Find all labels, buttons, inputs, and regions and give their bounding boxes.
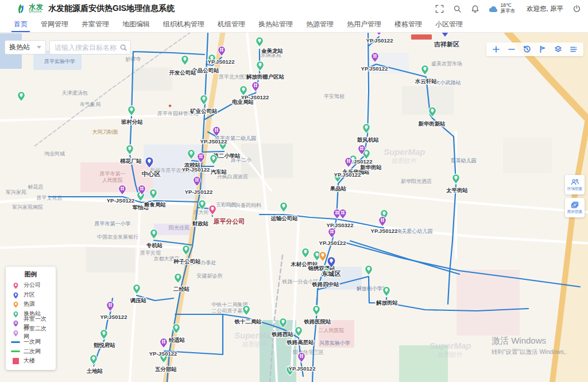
map-base-label: 天津灌汤包 xyxy=(62,90,88,96)
legend-item: 分公司 xyxy=(6,280,56,290)
map-base-label: 兴原实验小学 xyxy=(319,340,350,346)
map-marker-label: 五分部站 xyxy=(154,366,177,372)
nav-tab-1[interactable]: 首页 xyxy=(11,17,30,32)
layer-switch-button[interactable]: 图层切换 xyxy=(565,198,585,217)
map-marker-label: 鼓风机站 xyxy=(357,137,380,143)
map-base-label: 鲜花店 xyxy=(28,184,44,190)
map-marker-label: 土地站 xyxy=(86,368,103,374)
map-marker-label: 调压站 xyxy=(130,297,147,303)
layer-switch-label: 图层切换 xyxy=(567,210,582,214)
layers-icon xyxy=(571,201,579,209)
map-marker-label: YP.JS0122 xyxy=(289,365,316,372)
logo-icon xyxy=(15,3,26,14)
fullscreen-icon[interactable] xyxy=(435,5,444,13)
settings-list-icon[interactable] xyxy=(569,45,578,54)
legend-line-icon xyxy=(11,350,20,352)
map-marker-label: 吉祥新区 xyxy=(434,41,459,48)
nav-tab-6[interactable]: 机组管理 xyxy=(215,17,247,32)
supermap-watermark-sub: 超图软件 xyxy=(392,157,417,164)
map-base-label: 鸿业尚城 xyxy=(44,151,65,157)
area-switch-button[interactable]: 区域切换 xyxy=(565,175,585,194)
map-base-label: 南关爱心幼儿园 xyxy=(397,228,433,234)
bell-icon[interactable] xyxy=(471,5,479,13)
nav-tab-7[interactable]: 换热站管理 xyxy=(256,17,295,32)
supermap-watermark-sub: 超图软件 xyxy=(242,341,268,348)
nav-tab-9[interactable]: 热用户管理 xyxy=(345,17,384,32)
map-base-label: 盛美农贸市场 xyxy=(431,61,462,67)
map-marker-label: 棉花厂站 xyxy=(119,158,142,164)
legend-pin-icon xyxy=(12,299,20,309)
map-base-label: 广兴番药饲料 xyxy=(230,202,261,208)
map-marker-label: YP.JS0122 xyxy=(200,138,227,145)
nav-tab-11[interactable]: 小区管理 xyxy=(433,17,465,32)
map-marker-label: 解放街棚户区站 xyxy=(246,73,285,80)
map-side-buttons: 区域切换 图层切换 xyxy=(565,175,585,217)
map-marker-label: 新华街站 xyxy=(360,164,382,170)
search-category-value: 换热站 xyxy=(9,42,30,52)
zoom-out-icon[interactable] xyxy=(507,45,516,54)
map-marker-label: YP-JS0122 xyxy=(241,94,269,100)
weather-cloud-icon xyxy=(489,5,498,13)
search-input[interactable] xyxy=(49,40,131,54)
legend-pin-icon xyxy=(12,309,20,318)
legend-pin-icon xyxy=(12,328,20,337)
legend-item-label: 分公司 xyxy=(24,281,41,289)
map-canvas[interactable]: 原平实验中学妙祥寺天津灌汤包原平市园林管理站★大同刀削面原平市第一人民医院军兴家… xyxy=(0,33,588,382)
legend-pin-icon xyxy=(12,290,20,299)
nav-tab-5[interactable]: 组织机构管理 xyxy=(161,17,207,32)
layers-icon[interactable] xyxy=(554,45,563,54)
app-logo: 水发 SHUIFA xyxy=(15,3,44,14)
map-block xyxy=(503,138,552,173)
map-marker-label: 中心区 xyxy=(142,170,161,177)
legend-item: 大楼 xyxy=(6,356,56,366)
map-marker-label: 粮食局站 xyxy=(144,201,167,208)
legend-square-icon xyxy=(13,358,19,364)
legend-item: 热源 xyxy=(6,299,56,309)
map-container[interactable]: 原平实验中学妙祥寺天津灌汤包原平市园林管理站★大同刀削面原平市第一人民医院军兴家… xyxy=(0,33,588,382)
legend-title: 图例 xyxy=(6,270,56,279)
map-marker-label: YP-JS0122 xyxy=(185,189,213,195)
nav-tab-4[interactable]: 地图编辑 xyxy=(120,17,152,32)
welcome-text: 欢迎您, 原平 xyxy=(527,5,563,13)
reset-view-icon[interactable] xyxy=(523,45,532,54)
map-base-label: 安建新诊所 xyxy=(197,273,223,279)
map-marker-label: YP.JS0122 xyxy=(334,171,361,178)
map-marker-label: 新华街新站 xyxy=(418,120,446,127)
search-icon[interactable] xyxy=(453,5,462,13)
measure-icon[interactable] xyxy=(538,45,547,54)
map-marker-label: 矿业公司站 xyxy=(189,108,218,114)
map-marker-label: 东城区 xyxy=(322,270,341,277)
zoom-in-icon[interactable] xyxy=(492,45,501,54)
map-base-label: 二人民医院 xyxy=(319,328,345,333)
map-marker-label: 经适站 xyxy=(169,337,185,343)
area-switch-label: 区域切换 xyxy=(567,187,582,191)
map-marker-label: 太平街站 xyxy=(446,187,469,193)
nav-tab-10[interactable]: 楼栋管理 xyxy=(392,17,424,32)
main-nav: 首页管网管理井室管理地图编辑组织机构管理机组管理换热站管理热源管理热用户管理楼栋… xyxy=(0,17,588,33)
map-marker-label: 原平分公司 xyxy=(213,218,245,225)
pipe-primary-network xyxy=(203,151,224,152)
logo-text-en: SHUIFA xyxy=(29,10,44,14)
map-marker-label: 运输公司站 xyxy=(270,215,298,221)
nav-tab-8[interactable]: 热源管理 xyxy=(304,17,336,32)
map-marker-label: 班村分站 xyxy=(121,119,144,125)
legend-item: 井室二次网 xyxy=(6,328,56,338)
nav-tab-3[interactable]: 井室管理 xyxy=(79,17,111,32)
logout-icon[interactable] xyxy=(572,5,581,13)
search-submit-icon[interactable] xyxy=(119,44,127,52)
map-base-label: 人民医院 xyxy=(102,177,123,183)
map-base-label: ★ xyxy=(168,103,172,108)
search-category-select[interactable]: 换热站 xyxy=(5,40,46,54)
chevron-down-icon xyxy=(37,46,41,49)
map-marker-label: 熙悦府站 xyxy=(94,342,116,348)
map-base-label: 东大街 xyxy=(193,209,209,215)
nav-tab-2[interactable]: 管网管理 xyxy=(38,17,71,32)
legend-item: 片区 xyxy=(6,290,56,300)
map-marker-label: YP.JS0122 xyxy=(100,314,127,320)
supermap-watermark: SuperMap xyxy=(234,330,276,340)
map-marker-label: 二经站 xyxy=(173,286,190,292)
map-base-label: 大同刀削面 xyxy=(92,129,118,135)
map-marker-label: YP.JS0122 xyxy=(371,228,398,234)
map-controls xyxy=(486,42,583,56)
map-search-bar: 换热站 xyxy=(5,40,131,54)
